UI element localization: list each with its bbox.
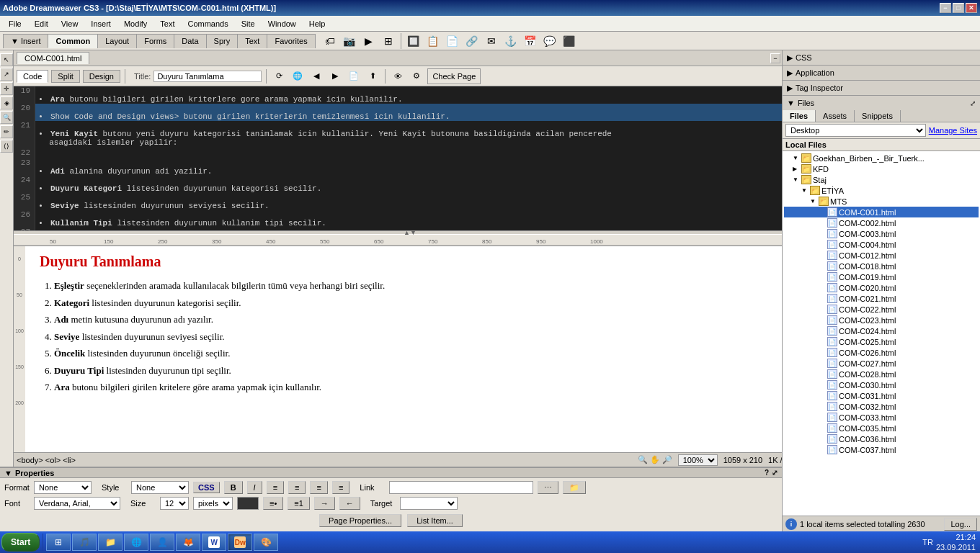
tree-item-com-c023-html[interactable]: 📄COM-C023.html bbox=[784, 315, 979, 325]
taskbar-app-4[interactable]: 🌐 bbox=[124, 534, 148, 551]
css-button[interactable]: CSS bbox=[193, 482, 220, 493]
tree-item-com-c032-html[interactable]: 📄COM-C032.html bbox=[784, 401, 979, 412]
tab-text[interactable]: Text bbox=[237, 34, 267, 48]
menu-view[interactable]: View bbox=[55, 18, 84, 30]
tree-item-com-c037-html[interactable]: 📄COM-C037.html bbox=[784, 444, 979, 455]
code-view[interactable]: 19 Ara butonu bilgileri girilen kriterle… bbox=[14, 86, 782, 230]
tree-item-com-c033-html[interactable]: 📄COM-C033.html bbox=[784, 412, 979, 423]
tree-item-com-c031-html[interactable]: 📄COM-C031.html bbox=[784, 390, 979, 401]
tree-item-com-c003-html[interactable]: 📄COM-C003.html bbox=[784, 228, 979, 239]
tool-3[interactable]: 🔍 bbox=[0, 111, 13, 124]
close-button[interactable]: ✕ bbox=[966, 3, 977, 13]
toolbar-icon-11[interactable]: 📅 bbox=[522, 32, 539, 50]
tool-select[interactable]: ↖ bbox=[0, 53, 13, 66]
check-btn[interactable]: Check Page bbox=[427, 68, 481, 84]
prop-expand-icon[interactable]: ⤢ bbox=[772, 469, 778, 477]
toolbar-icon-8[interactable]: 🔗 bbox=[463, 32, 481, 50]
size-select[interactable]: 12 bbox=[160, 497, 189, 510]
log-button[interactable]: Log... bbox=[944, 518, 977, 531]
toolbar-icon-13[interactable]: ⬛ bbox=[561, 32, 578, 50]
tab-snippets[interactable]: Snippets bbox=[855, 110, 901, 122]
link-folder-btn[interactable]: 📁 bbox=[563, 481, 586, 494]
target-select[interactable] bbox=[400, 497, 458, 510]
toolbar-icon-10[interactable]: ⚓ bbox=[502, 32, 520, 50]
tree-item-com-c020-html[interactable]: 📄COM-C020.html bbox=[784, 282, 979, 293]
menu-text[interactable]: Text bbox=[154, 18, 180, 30]
link-input[interactable] bbox=[389, 481, 533, 494]
tree-item-com-c022-html[interactable]: 📄COM-C022.html bbox=[784, 304, 979, 315]
tree-item-goekhan-birben---bir-tuerk---[interactable]: ▼📁Goekhan_Birben_-_Bir_Tuerk... bbox=[784, 153, 979, 163]
view-code-btn[interactable]: Code bbox=[17, 70, 48, 83]
bold-button[interactable]: B bbox=[224, 481, 243, 494]
start-button[interactable]: Start bbox=[1, 533, 40, 552]
link-select-btn[interactable]: ⋯ bbox=[538, 481, 558, 494]
manage-sites-link[interactable]: Manage Sites bbox=[929, 126, 977, 135]
files-tree[interactable]: ▼📁Goekhan_Birben_-_Bir_Tuerk...▶📁KFD▼📁St… bbox=[783, 151, 980, 516]
toolbar-icon-6[interactable]: 📋 bbox=[424, 32, 442, 50]
menu-file[interactable]: File bbox=[3, 18, 27, 30]
next-btn[interactable]: ▶ bbox=[327, 68, 343, 84]
tree-item-com-c001-html[interactable]: 📄COM-C001.html bbox=[784, 207, 979, 217]
tree-item-com-c028-html[interactable]: 📄COM-C028.html bbox=[784, 369, 979, 379]
toolbar-icon-4[interactable]: ⊞ bbox=[380, 32, 397, 50]
tree-item-com-c021-html[interactable]: 📄COM-C021.html bbox=[784, 293, 979, 304]
tab-files[interactable]: Files bbox=[783, 110, 816, 122]
menu-insert[interactable]: Insert bbox=[85, 18, 117, 30]
view-design-btn[interactable]: Design bbox=[83, 70, 120, 83]
ordered-list-btn[interactable]: ≡1 bbox=[288, 497, 310, 510]
tab-favorites[interactable]: Favorites bbox=[267, 34, 315, 48]
tree-item-com-c019-html[interactable]: 📄COM-C019.html bbox=[784, 271, 979, 282]
application-section-header[interactable]: ▶ Application bbox=[783, 66, 980, 80]
style-select[interactable]: None bbox=[131, 481, 189, 494]
menu-edit[interactable]: Edit bbox=[29, 18, 54, 30]
color-input[interactable] bbox=[237, 497, 259, 510]
outdent-btn[interactable]: ← bbox=[339, 497, 360, 510]
zoom-select[interactable]: 100% 50% 200% bbox=[678, 454, 718, 466]
tool-5[interactable]: ⟨⟩ bbox=[0, 140, 13, 153]
unordered-list-btn[interactable]: ≡• bbox=[263, 497, 283, 510]
tree-item-com-c030-html[interactable]: 📄COM-C030.html bbox=[784, 379, 979, 390]
minimize-button[interactable]: − bbox=[940, 3, 951, 13]
menu-window[interactable]: Window bbox=[262, 18, 302, 30]
align-right-btn[interactable]: ≡ bbox=[310, 481, 327, 494]
tool-2[interactable]: ◈ bbox=[0, 96, 13, 109]
refresh-btn[interactable]: ⟳ bbox=[271, 68, 287, 84]
taskbar-app-1[interactable]: ⊞ bbox=[46, 534, 71, 551]
tab-forms[interactable]: Forms bbox=[136, 34, 174, 48]
taskbar-app-3[interactable]: 📁 bbox=[98, 534, 122, 551]
tree-item-com-c002-html[interactable]: 📄COM-C002.html bbox=[784, 217, 979, 228]
tab-spry[interactable]: Spry bbox=[206, 34, 239, 48]
tree-item-com-c024-html[interactable]: 📄COM-C024.html bbox=[784, 325, 979, 336]
tool-subselect[interactable]: ↗ bbox=[0, 68, 13, 81]
file-btn[interactable]: 📄 bbox=[346, 68, 362, 84]
prop-help-icon[interactable]: ? bbox=[765, 469, 769, 477]
tab-insert[interactable]: ▼ Insert bbox=[3, 34, 48, 48]
restore-button[interactable]: □ bbox=[953, 3, 964, 13]
toolbar-icon-9[interactable]: ✉ bbox=[483, 32, 500, 50]
tree-item-com-c036-html[interactable]: 📄COM-C036.html bbox=[784, 433, 979, 444]
tree-item-kfd[interactable]: ▶📁KFD bbox=[784, 163, 979, 174]
tab-layout[interactable]: Layout bbox=[97, 34, 137, 48]
files-section-header[interactable]: ▼ Files ⤢ bbox=[783, 96, 980, 110]
tree-item-com-c025-html[interactable]: 📄COM-C025.html bbox=[784, 336, 979, 347]
tab-common[interactable]: Common bbox=[48, 34, 98, 48]
taskbar-app-6[interactable]: 🦊 bbox=[176, 534, 200, 551]
toolbar-icon-12[interactable]: 💬 bbox=[541, 32, 558, 50]
tab-assets[interactable]: Assets bbox=[816, 110, 855, 122]
taskbar-app-5[interactable]: 👤 bbox=[150, 534, 174, 551]
toolbar-icon-5[interactable]: 🔲 bbox=[405, 32, 422, 50]
tree-item-com-c026-html[interactable]: 📄COM-C026.html bbox=[784, 347, 979, 358]
align-left-btn[interactable]: ≡ bbox=[267, 481, 284, 494]
nav-btn[interactable]: 🌐 bbox=[290, 68, 306, 84]
toolbar-icon-7[interactable]: 📄 bbox=[444, 32, 461, 50]
desktop-select[interactable]: Desktop bbox=[785, 124, 926, 137]
tool-4[interactable]: ✏ bbox=[0, 125, 13, 138]
tree-item-mts[interactable]: ▼📁MTS bbox=[784, 196, 979, 207]
tag-inspector-header[interactable]: ▶ Tag Inspector bbox=[783, 81, 980, 95]
tab-data[interactable]: Data bbox=[174, 34, 206, 48]
italic-button[interactable]: I bbox=[247, 481, 262, 494]
taskbar-app-dreamweaver[interactable]: Dw bbox=[228, 534, 252, 551]
upload-btn[interactable]: ⬆ bbox=[365, 68, 380, 84]
tree-item-et-ya[interactable]: ▼📁ETİYA bbox=[784, 185, 979, 196]
title-input[interactable] bbox=[153, 71, 262, 82]
